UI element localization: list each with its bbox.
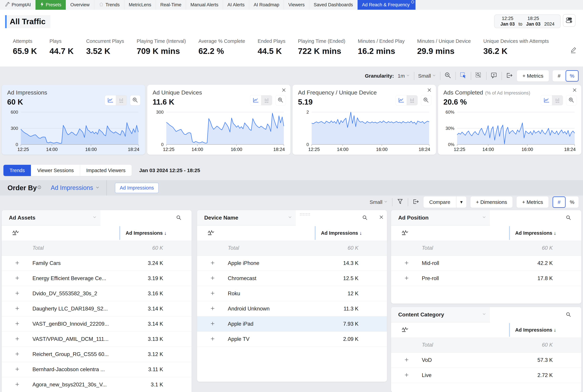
order-by-chip[interactable]: Ad Impressions — [115, 183, 159, 193]
filter-icon[interactable] — [397, 198, 404, 206]
inspect-chart-icon[interactable] — [566, 95, 576, 105]
expand-row-icon[interactable] — [210, 321, 215, 327]
expand-row-icon[interactable] — [15, 352, 20, 357]
dimension-select[interactable]: Device Name — [197, 210, 296, 226]
expand-row-icon[interactable] — [15, 276, 20, 281]
magnify-region-icon[interactable] — [475, 72, 482, 80]
metric-column-header[interactable]: Ad Impressions ↓ — [126, 230, 166, 236]
percent-mode-button[interactable]: % — [565, 196, 578, 208]
dimension-select[interactable]: Content Category — [391, 307, 490, 322]
table-row[interactable]: Pre-roll 17.8 K — [391, 271, 581, 286]
nav-tab-overview[interactable]: Overview — [66, 0, 94, 10]
number-mode-button[interactable]: # — [553, 196, 565, 208]
tab-trends[interactable]: Trends — [4, 165, 31, 176]
expand-row-icon[interactable] — [15, 291, 20, 296]
column-divider[interactable] — [509, 323, 510, 337]
export-icon[interactable] — [412, 198, 419, 206]
column-divider[interactable] — [509, 226, 510, 240]
date-range-picker[interactable]: 12:25 18:25 Jan 03 to Jan 03 2024 — [494, 14, 561, 28]
table-row[interactable]: Reichert_Group_RG_CS55 60... 3.12 K — [2, 347, 192, 362]
expand-row-icon[interactable] — [15, 366, 20, 372]
close-icon[interactable] — [281, 88, 286, 93]
export-icon[interactable] — [506, 72, 513, 80]
nav-tab-manual-alerts[interactable]: Manual Alerts — [186, 0, 223, 10]
table-row[interactable]: VoD 57.3 K — [391, 352, 581, 368]
expand-row-icon[interactable] — [404, 260, 409, 266]
search-icon[interactable] — [176, 214, 182, 222]
bar-chart-icon[interactable] — [116, 95, 127, 105]
nav-tab-promptai[interactable]: PromptAI — [0, 0, 36, 10]
expand-row-icon[interactable] — [15, 382, 20, 388]
table-row[interactable]: Daugherty LLC_DAR1849_S2... 3.14 K — [2, 301, 192, 316]
search-icon[interactable] — [362, 214, 368, 222]
select-region-icon[interactable] — [460, 72, 467, 80]
table-row[interactable]: Apple iPad 7.93 K — [197, 316, 387, 332]
table-row[interactable]: Mid-roll 42.2 K — [391, 256, 581, 271]
table-row[interactable]: Agora_new_bsys2021_30s_V... 3.1 K — [2, 377, 192, 392]
table-row[interactable]: Apple TV 2.09 K — [197, 332, 387, 347]
metric-column-header[interactable]: Ad Impressions ↓ — [321, 230, 362, 236]
expand-row-icon[interactable] — [15, 336, 20, 342]
tab-viewer-sessions[interactable]: Viewer Sessions — [31, 165, 80, 176]
dimension-select[interactable]: Ad Position — [391, 210, 490, 226]
column-divider[interactable] — [315, 226, 316, 240]
table-row[interactable]: Apple iPhone 14.3 K — [197, 256, 387, 271]
zoom-in-icon[interactable] — [444, 72, 452, 80]
table-size-select[interactable]: Small — [370, 199, 388, 205]
dimension-select[interactable]: Ad Assets — [2, 210, 100, 226]
line-chart-icon[interactable] — [541, 95, 552, 105]
inspect-chart-icon[interactable] — [130, 95, 140, 105]
table-row[interactable]: Chromecast 12.5 K — [197, 271, 387, 286]
expand-row-icon[interactable] — [15, 260, 20, 266]
expand-row-icon[interactable] — [210, 306, 215, 312]
nav-tab-ai-roadmap[interactable]: AI Roadmap — [249, 0, 284, 10]
nav-tab-viewers[interactable]: Viewers — [284, 0, 309, 10]
nav-tab-ad-reach-frequency[interactable]: Ad Reach & Frequency — [358, 0, 416, 10]
line-chart-icon[interactable] — [396, 95, 407, 105]
close-icon[interactable] — [572, 88, 577, 93]
sparkline-column-icon[interactable] — [12, 229, 20, 237]
nav-tab-trends[interactable]: Trends — [94, 0, 124, 10]
add-metrics-button[interactable]: + Metrics — [517, 196, 548, 208]
search-icon[interactable] — [565, 312, 572, 319]
granularity-select[interactable]: 1m — [398, 73, 410, 79]
expand-row-icon[interactable] — [210, 336, 215, 342]
bar-chart-icon[interactable] — [407, 95, 418, 105]
compare-dropdown-button[interactable]: ▼ — [456, 196, 466, 208]
nav-tab-presets[interactable]: Presets — [36, 0, 66, 10]
expand-row-icon[interactable] — [210, 276, 215, 281]
table-row[interactable]: VAST_genBIO_Innovid_22209... 3.14 K — [2, 316, 192, 332]
expand-row-icon[interactable] — [210, 260, 215, 266]
close-icon[interactable] — [379, 214, 384, 220]
column-divider[interactable] — [119, 226, 120, 240]
expand-row-icon[interactable] — [15, 321, 20, 327]
sparkline-column-icon[interactable] — [401, 229, 409, 237]
expand-row-icon[interactable] — [404, 357, 409, 363]
nav-tab-realtime[interactable]: Real-Time — [156, 0, 186, 10]
compare-label[interactable]: Compare — [424, 199, 456, 205]
nav-tab-saved-dashboards[interactable]: Saved Dashboards — [309, 0, 358, 10]
expand-row-icon[interactable] — [404, 372, 409, 378]
expand-row-icon[interactable] — [210, 291, 215, 296]
bar-chart-icon[interactable] — [261, 95, 272, 105]
tab-impacted-viewers[interactable]: Impacted Viewers — [80, 165, 132, 176]
table-row[interactable]: Roku 12 K — [197, 286, 387, 301]
chart-size-select[interactable]: Small — [418, 73, 436, 79]
bar-chart-icon[interactable] — [552, 95, 563, 105]
settings-toggle-button[interactable] — [563, 14, 575, 27]
nav-tab-metriclens[interactable]: MetricLens — [124, 0, 156, 10]
drag-handle-icon[interactable] — [299, 212, 318, 217]
line-chart-icon[interactable] — [105, 95, 116, 105]
metric-column-header[interactable]: Ad Impressions ↓ — [515, 327, 556, 333]
inspect-chart-icon[interactable] — [421, 95, 431, 105]
sparkline-column-icon[interactable] — [207, 229, 215, 237]
sparkline-column-icon[interactable] — [401, 326, 409, 334]
expand-row-icon[interactable] — [15, 306, 20, 312]
add-metrics-button[interactable]: + Metrics — [517, 70, 549, 82]
table-row[interactable]: Bernhard-Jacobson celentra ... 3.11 K — [2, 362, 192, 377]
number-mode-button[interactable]: # — [553, 70, 565, 82]
table-row[interactable]: VAST/VPAID_AMIL_DCM_111... 3.13 K — [2, 332, 192, 347]
edit-metrics-icon[interactable] — [570, 46, 577, 54]
close-icon[interactable] — [427, 88, 432, 93]
search-icon[interactable] — [565, 214, 572, 222]
